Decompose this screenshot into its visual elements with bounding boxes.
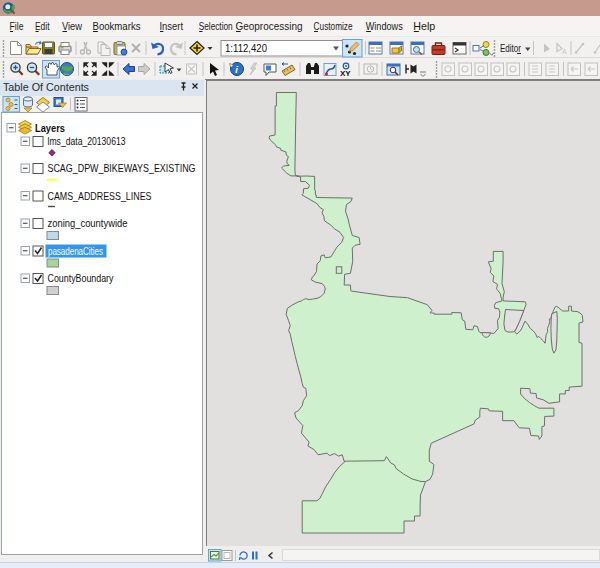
svg-text:CountyBoundary: CountyBoundary xyxy=(48,272,114,284)
svg-text:SCAG_DPW_BIKEWAYS_EXISTING: SCAG_DPW_BIKEWAYS_EXISTING xyxy=(48,162,196,174)
svg-text:pasadenaCities: pasadenaCities xyxy=(48,245,103,257)
svg-text:XY: XY xyxy=(340,69,351,78)
svg-text:i: i xyxy=(235,64,238,75)
svg-text:lms_data_20130613: lms_data_20130613 xyxy=(48,135,126,147)
svg-text:CAMS_ADDRESS_LINES: CAMS_ADDRESS_LINES xyxy=(48,190,152,202)
svg-text:Table Of Contents: Table Of Contents xyxy=(3,81,89,93)
svg-text:1:112,420: 1:112,420 xyxy=(225,42,267,54)
svg-text:A: A xyxy=(562,48,567,55)
svg-text:Editor: Editor xyxy=(500,42,521,54)
svg-text:zoning_countywide: zoning_countywide xyxy=(48,217,128,229)
svg-text:Layers: Layers xyxy=(35,122,65,134)
